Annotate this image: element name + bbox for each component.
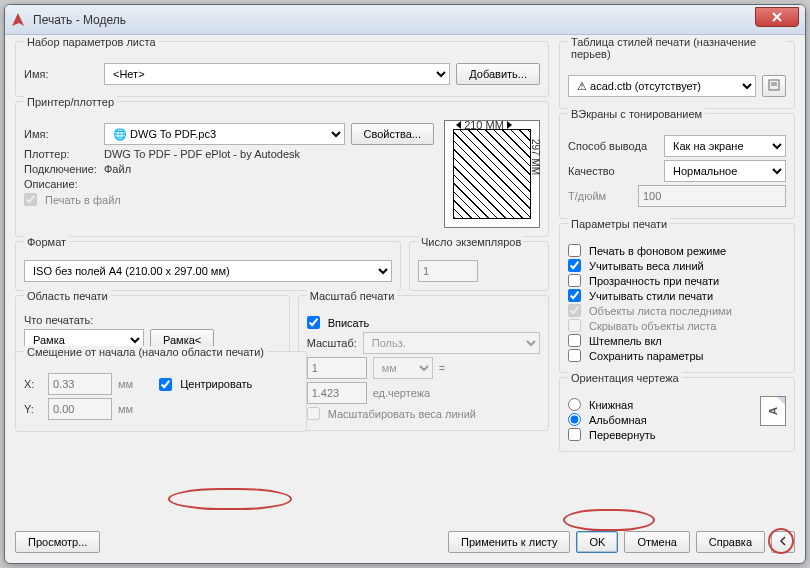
opt-transparency[interactable]: Прозрачность при печати bbox=[568, 274, 786, 287]
legend-plot-style: Таблица стилей печати (назначение перьев… bbox=[568, 36, 786, 60]
plot-style-edit-button[interactable] bbox=[762, 75, 786, 97]
dim-height: 297 MM bbox=[530, 139, 541, 175]
print-to-file-input bbox=[24, 193, 37, 206]
footer: Просмотр... Применить к листу OK Отмена … bbox=[5, 527, 805, 557]
scale-lineweights-input bbox=[307, 407, 320, 420]
opt-lineweights[interactable]: Учитывать веса линий bbox=[568, 259, 786, 272]
scale-num-input bbox=[307, 357, 367, 379]
label-x: X: bbox=[24, 378, 42, 390]
preview-button[interactable]: Просмотр... bbox=[15, 531, 100, 553]
print-to-file-checkbox: Печать в файл bbox=[24, 193, 434, 206]
label-desc: Описание: bbox=[24, 178, 98, 190]
legend-printer: Принтер/плоттер bbox=[24, 96, 117, 108]
legend-options: Параметры печати bbox=[568, 218, 670, 230]
scale-den-input bbox=[307, 382, 367, 404]
scale-select: Польз. bbox=[363, 332, 540, 354]
page-setup-name-select[interactable]: <Нет> bbox=[104, 63, 450, 85]
scale-den-unit: ед.чертежа bbox=[373, 387, 430, 399]
center-input[interactable] bbox=[159, 378, 172, 391]
orient-portrait[interactable]: Книжная bbox=[568, 398, 752, 411]
shade-out-select[interactable]: Как на экране bbox=[664, 135, 786, 157]
close-button[interactable] bbox=[755, 7, 799, 27]
opt-background[interactable]: Печать в фоновом режиме bbox=[568, 244, 786, 257]
plot-style-select[interactable]: ⚠ acad.ctb (отсутствует) bbox=[568, 75, 756, 97]
properties-button[interactable]: Свойства... bbox=[351, 123, 434, 145]
paper-preview: 210 MM 297 MM bbox=[444, 120, 540, 228]
legend-scale: Масштаб печати bbox=[307, 290, 398, 302]
window-title: Печать - Модель bbox=[33, 13, 126, 27]
opt-save-params[interactable]: Сохранить параметры bbox=[568, 349, 786, 362]
group-options: Параметры печати Печать в фоновом режиме… bbox=[559, 223, 795, 373]
label-name: Имя: bbox=[24, 68, 98, 80]
label-plotter: Плоттер: bbox=[24, 148, 98, 160]
copies-input bbox=[418, 260, 478, 282]
fit-checkbox[interactable]: Вписать bbox=[307, 316, 540, 329]
group-plot-style: Таблица стилей печати (назначение перьев… bbox=[559, 41, 795, 109]
label-out: Способ вывода bbox=[568, 140, 658, 152]
plot-dialog: Печать - Модель Набор параметров листа И… bbox=[4, 4, 806, 564]
help-button[interactable]: Справка bbox=[696, 531, 765, 553]
collapse-button[interactable] bbox=[771, 531, 795, 553]
group-orient: Ориентация чертежа Книжная Альбомная Пер… bbox=[559, 377, 795, 452]
legend-page-setup: Набор параметров листа bbox=[24, 36, 159, 48]
scale-lineweights-checkbox: Масштабировать веса линий bbox=[307, 407, 540, 420]
group-copies: Число экземпляров bbox=[409, 241, 549, 291]
legend-shade: ВЭкраны с тонированием bbox=[568, 108, 705, 120]
label-connect: Подключение: bbox=[24, 163, 98, 175]
label-printer-name: Имя: bbox=[24, 128, 98, 140]
label-dpi: Т/дюйм bbox=[568, 190, 632, 202]
orient-landscape[interactable]: Альбомная bbox=[568, 413, 752, 426]
ok-button[interactable]: OK bbox=[576, 531, 618, 553]
legend-format: Формат bbox=[24, 236, 69, 248]
opt-hide-paperspace: Скрывать объекты листа bbox=[568, 319, 786, 332]
offset-y-input bbox=[48, 398, 112, 420]
apply-button[interactable]: Применить к листу bbox=[448, 531, 571, 553]
orient-icon: A bbox=[760, 396, 786, 426]
printer-name-select[interactable]: 🌐 DWG To PDF.pc3 bbox=[104, 123, 345, 145]
opt-paperspace-last: Объекты листа последними bbox=[568, 304, 786, 317]
cancel-button[interactable]: Отмена bbox=[624, 531, 689, 553]
group-shade: ВЭкраны с тонированием Способ вывода Как… bbox=[559, 113, 795, 219]
group-scale: Масштаб печати Вписать Масштаб: Польз. м… bbox=[298, 295, 549, 431]
scale-unit-select: мм bbox=[373, 357, 433, 379]
opt-plot-styles[interactable]: Учитывать стили печати bbox=[568, 289, 786, 302]
unit-x: мм bbox=[118, 378, 133, 390]
group-printer: Принтер/плоттер Имя: 🌐 DWG To PDF.pc3 Св… bbox=[15, 101, 549, 237]
legend-orient: Ориентация чертежа bbox=[568, 372, 682, 384]
legend-offset: Смещение от начала (начало области печат… bbox=[24, 346, 267, 358]
legend-area: Область печати bbox=[24, 290, 111, 302]
group-offset: Смещение от начала (начало области печат… bbox=[15, 351, 307, 432]
label-what: Что печатать: bbox=[24, 314, 281, 326]
orient-upside[interactable]: Перевернуть bbox=[568, 428, 752, 441]
plotter-value: DWG To PDF - PDF ePlot - by Autodesk bbox=[104, 148, 300, 160]
opt-stamp[interactable]: Штемпель вкл bbox=[568, 334, 786, 347]
add-button[interactable]: Добавить... bbox=[456, 63, 540, 85]
connect-value: Файл bbox=[104, 163, 131, 175]
group-format: Формат ISO без полей A4 (210.00 x 297.00… bbox=[15, 241, 401, 291]
shade-qual-select[interactable]: Нормальное bbox=[664, 160, 786, 182]
label-scale: Масштаб: bbox=[307, 337, 357, 349]
app-logo-icon bbox=[9, 11, 27, 29]
legend-copies: Число экземпляров bbox=[418, 236, 524, 248]
offset-x-input bbox=[48, 373, 112, 395]
titlebar[interactable]: Печать - Модель bbox=[5, 5, 805, 35]
fit-input[interactable] bbox=[307, 316, 320, 329]
center-checkbox[interactable]: Центрировать bbox=[159, 378, 252, 391]
dpi-input bbox=[638, 185, 786, 207]
paper-size-select[interactable]: ISO без полей A4 (210.00 x 297.00 мм) bbox=[24, 260, 392, 282]
unit-y: мм bbox=[118, 403, 133, 415]
chevron-left-icon bbox=[779, 536, 787, 548]
group-page-setup: Набор параметров листа Имя: <Нет> Добави… bbox=[15, 41, 549, 97]
edit-icon bbox=[768, 79, 780, 93]
label-y: Y: bbox=[24, 403, 42, 415]
label-qual: Качество bbox=[568, 165, 658, 177]
